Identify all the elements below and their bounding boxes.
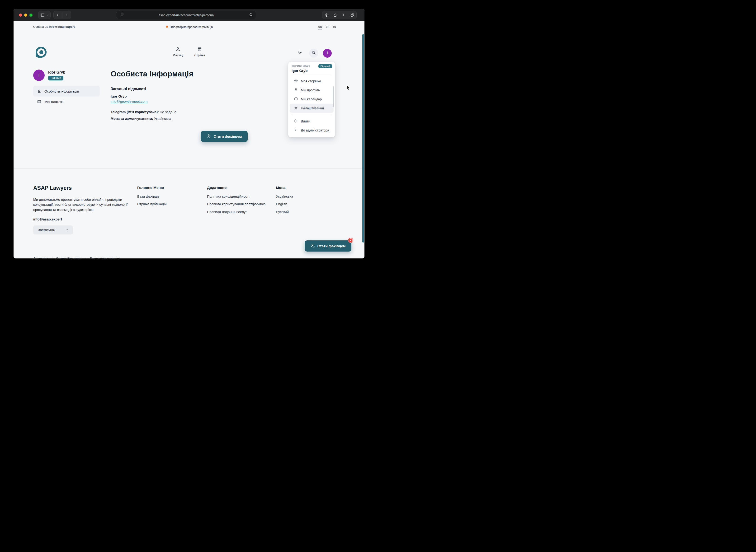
dropdown-scrollbar[interactable] (333, 87, 334, 107)
footer-link-platform-terms[interactable]: Правила користування платформою (207, 202, 265, 206)
header-actions: I (295, 49, 332, 58)
floating-become-expert-button[interactable]: Стати фахівцем (304, 240, 351, 252)
menu-item-my-profile[interactable]: Мій профіль (290, 86, 334, 95)
minimize-window-button[interactable] (24, 13, 27, 17)
menu-item-label: Налаштування (301, 106, 324, 110)
menu-item-label: Мій профіль (301, 88, 320, 92)
default-language-value: Українська (154, 117, 171, 121)
floating-cta-label: Стати фахівцем (318, 244, 346, 248)
person-check-icon (176, 47, 181, 53)
close-icon: ✕ (350, 239, 352, 242)
nav-experts[interactable]: Фахівці (173, 47, 183, 57)
browser-window: asap.expert/ua/account/profile/personal (13, 9, 365, 258)
reload-icon[interactable] (249, 13, 253, 17)
lang-ua[interactable]: ua (319, 25, 322, 29)
menu-item-label: До адміністратора (301, 128, 329, 132)
footer-divider (13, 168, 365, 169)
user-email-link[interactable]: info@growth-meet.com (111, 100, 147, 104)
footer-link-service-terms[interactable]: Правила надання послуг (207, 210, 247, 214)
footer-email[interactable]: info@asap.expert (33, 218, 62, 221)
dismiss-cta-button[interactable]: ✕ (348, 238, 353, 243)
sidebar-item-personal-info[interactable]: Особиста інформація (33, 86, 100, 97)
divider (291, 75, 332, 75)
window-controls (19, 13, 32, 17)
chevron-down-icon (65, 228, 68, 232)
user-dropdown-menu: КОРИСТУВАЧ Вільний Igor Gryb Моя сторінк… (288, 62, 335, 137)
profile-avatar: I (33, 70, 45, 81)
telegram-field: Telegram (ім'я користувача): Не задано (111, 110, 176, 114)
menu-item-settings[interactable]: Налаштування (290, 104, 334, 113)
menu-item-my-page[interactable]: Моя сторінка (290, 77, 334, 86)
logout-icon (294, 119, 298, 124)
nav-feed[interactable]: Стрічка (194, 47, 205, 57)
downloads-button[interactable] (323, 13, 331, 17)
footer-col-extra-title: Додатково (207, 185, 227, 190)
become-expert-button[interactable]: Стати фахівцем (201, 131, 248, 142)
nav-experts-label: Фахівці (173, 53, 183, 57)
chevron-down-icon (46, 14, 49, 16)
footer-link-privacy-policy[interactable]: Політика конфіденційності (207, 194, 249, 198)
search-icon (311, 50, 316, 56)
menu-item-my-calendar[interactable]: Мій календар (290, 95, 334, 104)
person-icon (294, 88, 298, 93)
footer-link-advocates[interactable]: Адвокати (33, 257, 48, 258)
separator: / (85, 257, 86, 258)
language-switcher: ua en ru (319, 25, 336, 29)
sidebar-item-payments[interactable]: Мої платежі (33, 97, 100, 107)
sun-icon (297, 50, 302, 56)
mouse-cursor (346, 85, 351, 91)
footer-description: Ми допомагаємо презентувати себе онлайн,… (33, 197, 128, 213)
app-dropdown-button[interactable]: Застосунок (33, 226, 73, 235)
page-content: Contact us info@asap.expert Плафторма пр… (13, 21, 365, 258)
footer-link-lang-ru[interactable]: Русский (276, 210, 289, 214)
sidebar-item-label: Мої платежі (44, 100, 64, 104)
dropdown-status-badge: Вільний (319, 64, 332, 68)
menu-item-to-admin[interactable]: До адміністратора (290, 126, 334, 135)
address-bar[interactable]: asap.expert/ua/account/profile/personal (116, 11, 256, 19)
footer-col-main-title: Головне Меню (137, 185, 164, 190)
tab-overview-button[interactable] (348, 13, 356, 17)
footer-link-private-executors[interactable]: Приватні виконавці (90, 257, 120, 258)
footer-link-court-experts[interactable]: Судові Експерти (56, 257, 82, 258)
card-icon (37, 100, 41, 105)
forward-button[interactable] (62, 13, 71, 17)
lang-ru[interactable]: ru (333, 25, 336, 29)
close-window-button[interactable] (19, 13, 22, 17)
toolbar-actions-group (322, 11, 357, 19)
default-language-field: Мова за замовчуванням: Українська (111, 117, 171, 121)
lang-en[interactable]: en (326, 25, 329, 29)
user-avatar[interactable]: I (323, 49, 332, 58)
search-button[interactable] (309, 49, 318, 58)
page-scrollbar[interactable] (362, 34, 364, 243)
footer-link-lang-uk[interactable]: Українська (276, 194, 293, 198)
menu-item-label: Вийти (301, 119, 310, 123)
calendar-icon (294, 97, 298, 102)
tagline-text: Плафторма правових фіхівців (170, 25, 213, 29)
utility-bar: Contact us info@asap.expert Плафторма пр… (13, 23, 365, 30)
become-expert-label: Стати фахівцем (214, 134, 242, 138)
sidebar-item-label: Особиста інформація (44, 90, 79, 93)
footer-brand: ASAP Lawyers (33, 185, 72, 191)
page-format-icon[interactable] (120, 13, 124, 17)
theme-toggle-button[interactable] (295, 49, 304, 58)
share-button[interactable] (331, 13, 340, 17)
zoom-window-button[interactable] (29, 13, 32, 17)
url-text[interactable]: asap.expert/ua/account/profile/personal (124, 13, 249, 17)
dropdown-header: КОРИСТУВАЧ Вільний Igor Gryb (288, 64, 335, 73)
new-tab-button[interactable] (340, 13, 348, 17)
footer-link-experts-base[interactable]: База фахівців (137, 194, 159, 198)
sidebar-toggle-button[interactable] (38, 11, 50, 19)
menu-item-logout[interactable]: Вийти (290, 117, 334, 126)
sidebar-toggle-icon (40, 13, 45, 17)
footer-link-publications-feed[interactable]: Стрічка публікацій (137, 202, 167, 206)
profile-menu: Особиста інформація Мої платежі (33, 86, 100, 107)
back-button[interactable] (54, 13, 62, 17)
footer-col-language-title: Мова (276, 185, 285, 190)
section-title: Загальні відомості (111, 87, 146, 91)
menu-item-label: Моя сторінка (301, 79, 321, 83)
divider (291, 115, 332, 115)
footer-link-lang-en[interactable]: English (276, 202, 287, 206)
nav-feed-label: Стрічка (194, 53, 205, 57)
person-icon (37, 89, 41, 94)
page-title: Особиста інформація (111, 70, 193, 78)
